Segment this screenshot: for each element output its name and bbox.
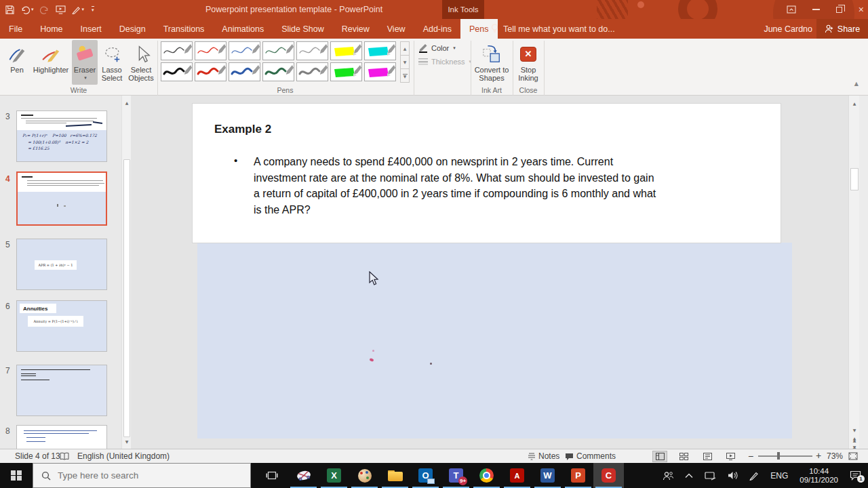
- people-icon[interactable]: [663, 471, 673, 481]
- previous-slide-button[interactable]: ▲▲: [849, 434, 860, 443]
- restore-button[interactable]: [836, 7, 842, 13]
- tab-design[interactable]: Design: [111, 19, 155, 39]
- speaker-icon[interactable]: [728, 471, 738, 480]
- pen-preset-blue-medium[interactable]: [229, 62, 260, 81]
- thumbnail-scrollbar[interactable]: ▲ ▼: [121, 96, 131, 449]
- user-name[interactable]: June Cardno: [764, 19, 812, 39]
- file-explorer-button[interactable]: [380, 463, 410, 488]
- scroll-down-icon[interactable]: ▼: [849, 426, 860, 434]
- share-button[interactable]: Share: [816, 19, 868, 39]
- zoom-slider-thumb[interactable]: [777, 452, 780, 460]
- collapse-ribbon-button[interactable]: ▲: [854, 81, 859, 87]
- hidden-icons-chevron[interactable]: [685, 473, 693, 479]
- gallery-scroll-up-button[interactable]: ▲: [400, 41, 410, 56]
- eraser-tool-button[interactable]: Eraser ▾: [72, 40, 98, 85]
- eraser-dropdown-arrow[interactable]: ▾: [84, 74, 87, 82]
- minimize-button[interactable]: [812, 9, 820, 10]
- tab-slide-show[interactable]: Slide Show: [273, 19, 333, 39]
- notifications-button[interactable]: 1: [850, 470, 861, 481]
- pen-preset-gray-medium[interactable]: [296, 62, 328, 81]
- zoom-in-button[interactable]: +: [816, 450, 821, 461]
- ink-color-button[interactable]: Color▾: [418, 43, 456, 53]
- pen-preset-blue-fine[interactable]: [229, 41, 260, 60]
- proofing-book-icon[interactable]: [60, 452, 69, 460]
- clock[interactable]: 10:44 09/11/2020: [800, 467, 838, 485]
- teams-button[interactable]: T 9+: [441, 463, 471, 488]
- thumbnail-scroll-up-icon[interactable]: ▲: [122, 98, 131, 107]
- tab-view[interactable]: View: [378, 19, 414, 39]
- convert-to-shapes-button[interactable]: Convert to Shapes: [473, 40, 510, 85]
- highlighter-tool-button[interactable]: Highlighter: [30, 40, 72, 85]
- save-icon[interactable]: [5, 5, 14, 14]
- powerpoint-button[interactable]: P: [563, 463, 593, 488]
- task-view-button[interactable]: [256, 463, 287, 488]
- slide-body-text[interactable]: A company needs to spend £400,000 on new…: [254, 154, 776, 218]
- slide-content-placeholder[interactable]: [197, 243, 792, 439]
- fit-slide-to-window-button[interactable]: [848, 452, 858, 460]
- tab-transitions[interactable]: Transitions: [155, 19, 214, 39]
- zoom-slider-track[interactable]: [758, 455, 812, 457]
- language-tray[interactable]: ENG: [770, 471, 788, 481]
- pen-preset-gray-fine[interactable]: [161, 41, 193, 60]
- start-from-beginning-icon[interactable]: [56, 5, 66, 14]
- paint-button[interactable]: [349, 463, 380, 488]
- tab-insert[interactable]: Insert: [72, 19, 111, 39]
- lasso-select-button[interactable]: Lasso Select: [99, 40, 125, 85]
- start-button[interactable]: [0, 463, 33, 488]
- tell-me-box[interactable]: Tell me what you want to do...: [491, 19, 615, 39]
- pen-preset-black-medium[interactable]: [161, 62, 193, 81]
- search-input[interactable]: [58, 470, 227, 481]
- chrome-button[interactable]: [471, 463, 502, 488]
- tab-animations[interactable]: Animations: [213, 19, 273, 39]
- customize-qat-button[interactable]: ▾: [90, 6, 94, 13]
- excel-button[interactable]: X: [319, 463, 349, 488]
- slide-4-thumbnail-selected[interactable]: [16, 171, 107, 226]
- slide-7-thumbnail[interactable]: [16, 365, 107, 416]
- pen-preset-yellow-highlighter[interactable]: [330, 41, 362, 60]
- camtasia-button-active[interactable]: C: [593, 463, 624, 488]
- scrollbar-thumb[interactable]: [850, 168, 859, 190]
- thumbnail-scrollbar-thumb[interactable]: [123, 159, 130, 437]
- tab-home[interactable]: Home: [31, 19, 71, 39]
- undo-button[interactable]: ▾: [20, 5, 34, 14]
- word-button[interactable]: W: [532, 463, 563, 488]
- pen-preset-cyan-highlighter[interactable]: [364, 41, 396, 60]
- tab-review[interactable]: Review: [333, 19, 378, 39]
- taskbar-search[interactable]: [33, 463, 251, 488]
- thumbnail-scroll-down-icon[interactable]: ▼: [122, 437, 131, 446]
- select-objects-button[interactable]: Select Objects: [126, 40, 156, 85]
- slide-show-button[interactable]: [723, 451, 738, 462]
- gallery-more-button[interactable]: ▼: [400, 68, 410, 83]
- slide-area-scrollbar[interactable]: ▲ ▼ ▲▲ ▼▼: [848, 96, 859, 449]
- slide-sorter-view-button[interactable]: [676, 451, 691, 462]
- pen-tool-button[interactable]: Pen: [4, 40, 30, 85]
- display-icon[interactable]: [705, 471, 716, 481]
- touch-inking-button[interactable]: ▾: [72, 5, 85, 14]
- outlook-button[interactable]: O: [410, 463, 441, 488]
- pen-preset-green-highlighter[interactable]: [330, 62, 362, 81]
- slide-8-thumbnail[interactable]: [16, 425, 107, 449]
- ribbon-display-options-button[interactable]: [787, 5, 796, 14]
- gallery-scroll-down-button[interactable]: ▼: [400, 55, 410, 69]
- slide-3-thumbnail[interactable]: P₂= P(1+r)ⁿ P=100 r=6%=0.172 = 100(1+0.0…: [16, 110, 107, 162]
- slide-title[interactable]: Example 2: [214, 123, 271, 136]
- slide-5-thumbnail[interactable]: APR = (1 + i⁄n)ⁿ − 1: [16, 239, 107, 290]
- comments-button[interactable]: Comments: [576, 451, 616, 461]
- acrobat-button[interactable]: A: [502, 463, 532, 488]
- zoom-out-button[interactable]: −: [748, 451, 753, 462]
- tab-file[interactable]: File: [0, 19, 31, 39]
- pen-preset-green-medium[interactable]: [262, 62, 294, 81]
- tab-add-ins[interactable]: Add-ins: [414, 19, 460, 39]
- pen-preset-red-fine[interactable]: [195, 41, 226, 60]
- language-indicator[interactable]: English (United Kingdom): [77, 451, 170, 461]
- pen-preset-silver-fine[interactable]: [296, 41, 328, 60]
- scroll-up-icon[interactable]: ▲: [849, 99, 860, 108]
- reading-view-button[interactable]: [700, 451, 715, 462]
- normal-view-button[interactable]: [652, 451, 667, 462]
- pen-preset-red-medium[interactable]: [195, 62, 226, 81]
- zoom-level[interactable]: 73%: [827, 451, 843, 461]
- notes-button[interactable]: Notes: [538, 451, 559, 461]
- pen-preset-magenta-highlighter[interactable]: [364, 62, 396, 81]
- stop-inking-button[interactable]: ✕ Stop Inking: [514, 40, 542, 85]
- windows-ink-pen-icon[interactable]: [749, 471, 759, 481]
